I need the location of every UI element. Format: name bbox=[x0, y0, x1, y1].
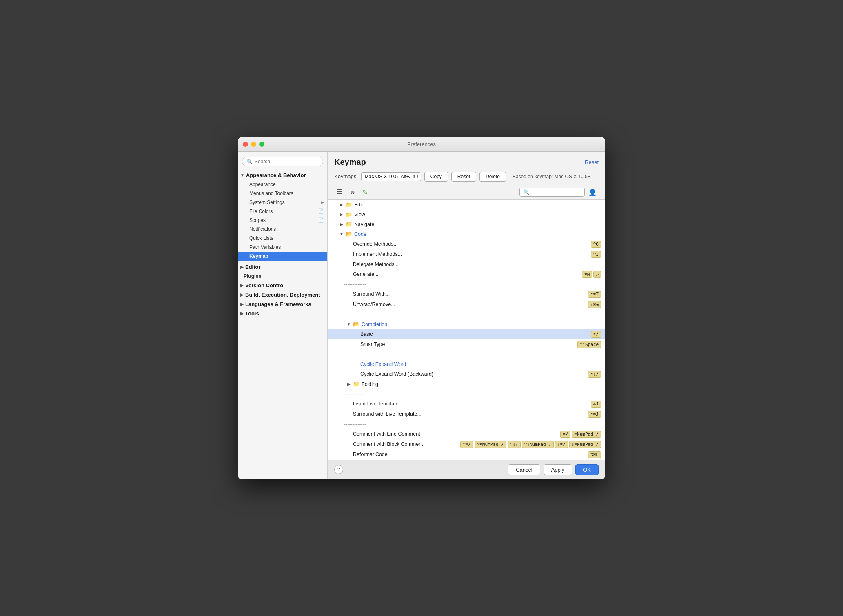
page-title: Keymap bbox=[334, 157, 366, 167]
sidebar-group-tools[interactable]: Tools bbox=[238, 309, 327, 318]
sidebar-item-scopes[interactable]: Scopes 📄 bbox=[238, 216, 327, 225]
tree-separator: ------------- bbox=[328, 350, 605, 359]
tree-item-cyclic-expand-word-backward[interactable]: Cyclic Expand Word (Backward) ⌥⇧/ bbox=[328, 369, 605, 379]
tree-item-unwrap-remove[interactable]: Unwrap/Remove... ⇧⌘⌫ bbox=[328, 299, 605, 310]
sidebar-group-languages[interactable]: Languages & Frameworks bbox=[238, 299, 327, 309]
shortcut-badge: ↵ bbox=[593, 271, 601, 278]
minimize-button[interactable] bbox=[251, 142, 256, 147]
tree-item-reformat-code[interactable]: Reformat Code ⌥⌘L bbox=[328, 450, 605, 460]
svg-rect-2 bbox=[337, 193, 342, 194]
window-controls bbox=[243, 142, 264, 147]
search-box[interactable]: 🔍 bbox=[242, 157, 323, 166]
shortcut-badge: ⌥/ bbox=[591, 331, 601, 338]
sidebar-item-system-settings[interactable]: System Settings ▶ bbox=[238, 198, 327, 207]
tree-item-surround-live-template[interactable]: Surround with Live Template... ⌥⌘J bbox=[328, 409, 605, 419]
expand-all-button[interactable] bbox=[334, 187, 345, 197]
folder-icon: 📁 bbox=[346, 211, 352, 217]
tree-item-implement-methods[interactable]: Implement Methods... ^I bbox=[328, 249, 605, 259]
sidebar-item-quick-lists[interactable]: Quick Lists bbox=[238, 234, 327, 243]
scope-icon: 📄 bbox=[318, 217, 324, 223]
toolbar-search-input[interactable] bbox=[519, 188, 585, 197]
tree-item-folding[interactable]: ▶ 📁 Folding bbox=[328, 379, 605, 389]
tree-item-generate[interactable]: Generate... ⌘N ↵ bbox=[328, 269, 605, 279]
tree-separator: ------------- bbox=[328, 310, 605, 319]
sidebar-item-notifications[interactable]: Notifications bbox=[238, 225, 327, 234]
arrow-icon bbox=[240, 302, 244, 306]
sidebar-item-file-colors[interactable]: File Colors 📄 bbox=[238, 207, 327, 216]
tree-item-navigate[interactable]: ▶ 📁 Navigate bbox=[328, 219, 605, 229]
help-button[interactable]: ? bbox=[334, 465, 343, 474]
tree-item-view[interactable]: ▶ 📁 View bbox=[328, 210, 605, 219]
cancel-button[interactable]: Cancel bbox=[508, 464, 540, 475]
reset-link[interactable]: Reset bbox=[585, 159, 599, 165]
edit-button[interactable]: ✎ bbox=[360, 187, 370, 197]
collapse-all-button[interactable] bbox=[347, 187, 358, 197]
keymaps-label: Keymaps: bbox=[334, 173, 358, 179]
sidebar-item-appearance[interactable]: Appearance bbox=[238, 180, 327, 189]
shortcut-badge: ⇧⌘NumPad / bbox=[569, 441, 601, 448]
shortcut-badge: ⌘NumPad / bbox=[572, 431, 601, 438]
delete-button[interactable]: Delete bbox=[479, 172, 506, 182]
bottom-bar: ? Cancel Apply OK bbox=[328, 460, 605, 479]
search-input[interactable] bbox=[255, 159, 319, 164]
folder-icon: 📁 bbox=[353, 381, 359, 387]
ok-button[interactable]: OK bbox=[575, 464, 599, 475]
main-header: Keymap Reset bbox=[328, 152, 605, 170]
tree-item-smarttype[interactable]: SmartType ^⇧Space bbox=[328, 339, 605, 350]
folder-icon: 📂 bbox=[346, 231, 352, 237]
tree-item-completion[interactable]: ▼ 📂 Completion bbox=[328, 319, 605, 329]
search-icon: 🔍 bbox=[246, 159, 253, 164]
arrow-icon: ▶ bbox=[339, 222, 344, 226]
maximize-button[interactable] bbox=[259, 142, 264, 147]
sidebar-item-menus-toolbars[interactable]: Menus and Toolbars bbox=[238, 189, 327, 198]
keymap-select[interactable]: Mac OS X 10.5_Alt+/ bbox=[361, 172, 421, 181]
shortcut-area: ⌥⌘/ ⌥⌘NumPad / ^⇧/ ^⇧NumPad / ⇧⌘/ ⇧⌘NumP… bbox=[460, 441, 601, 448]
sidebar-group-appearance-behavior[interactable]: Appearance & Behavior bbox=[238, 171, 327, 180]
tree-item-basic[interactable]: Basic ⌥/ bbox=[328, 329, 605, 339]
folder-icon: 📁 bbox=[346, 202, 352, 208]
copy-button[interactable]: Copy bbox=[424, 172, 448, 182]
tree-item-code[interactable]: ▼ 📂 Code bbox=[328, 229, 605, 239]
arrow-icon: ▼ bbox=[339, 232, 344, 236]
sidebar-group-version-control[interactable]: Version Control bbox=[238, 281, 327, 290]
tree-separator: ------------- bbox=[328, 389, 605, 399]
shortcut-area: ⌥⌘L bbox=[588, 451, 601, 458]
arrow-icon bbox=[240, 292, 244, 297]
shortcut-area: ⌘N ↵ bbox=[582, 271, 601, 278]
reset-button[interactable]: Reset bbox=[451, 172, 476, 182]
toolbar-search: 👤 bbox=[519, 187, 599, 197]
main-content: 🔍 Appearance & Behavior Appearance Menus… bbox=[238, 152, 605, 479]
arrow-icon: ▶ bbox=[339, 212, 344, 217]
shortcut-badge: ⇧⌘/ bbox=[555, 441, 568, 448]
shortcut-badge: ^O bbox=[591, 241, 601, 248]
sidebar-group-build[interactable]: Build, Execution, Deployment bbox=[238, 290, 327, 299]
person-icon-button[interactable]: 👤 bbox=[586, 187, 599, 197]
shortcut-area: ⇧⌘⌫ bbox=[588, 301, 601, 308]
tree-item-edit[interactable]: ▶ 📁 Edit bbox=[328, 200, 605, 210]
tree-item-surround-with[interactable]: Surround With... ⌥⌘T bbox=[328, 289, 605, 299]
arrow-icon: ▼ bbox=[346, 322, 351, 326]
tree-item-insert-live-template[interactable]: Insert Live Template... ⌘J bbox=[328, 399, 605, 409]
shortcut-badge: ^I bbox=[591, 251, 601, 258]
sidebar-group-editor[interactable]: Editor bbox=[238, 262, 327, 272]
keymap-bar: Keymaps: Mac OS X 10.5_Alt+/ Copy Reset … bbox=[328, 170, 605, 186]
tree-item-comment-line[interactable]: Comment with Line Comment ⌘/ ⌘NumPad / bbox=[328, 429, 605, 439]
close-button[interactable] bbox=[243, 142, 248, 147]
titlebar: Preferences bbox=[238, 137, 605, 152]
tree-item-cyclic-expand-word[interactable]: Cyclic Expand Word bbox=[328, 359, 605, 369]
sidebar-item-path-variables[interactable]: Path Variables bbox=[238, 243, 327, 252]
sidebar-item-keymap[interactable]: Keymap bbox=[238, 252, 327, 261]
main-panel: Keymap Reset Keymaps: Mac OS X 10.5_Alt+… bbox=[328, 152, 605, 479]
sidebar-item-plugins[interactable]: Plugins bbox=[238, 272, 327, 281]
shortcut-badge: ⌥⌘J bbox=[588, 411, 601, 418]
shortcut-badge: ⌥⌘NumPad / bbox=[475, 441, 506, 448]
shortcut-badge: ^⇧Space bbox=[577, 341, 601, 348]
tree-item-delegate-methods[interactable]: Delegate Methods... bbox=[328, 259, 605, 269]
tree-item-comment-block[interactable]: Comment with Block Comment ⌥⌘/ ⌥⌘NumPad … bbox=[328, 439, 605, 450]
shortcut-badge: ⌥⌘T bbox=[588, 291, 601, 298]
apply-button[interactable]: Apply bbox=[544, 464, 572, 475]
shortcut-badge: ⌘N bbox=[582, 271, 592, 278]
tree-item-override-methods[interactable]: Override Methods... ^O bbox=[328, 239, 605, 249]
shortcut-area: ⌥⇧/ bbox=[588, 371, 601, 378]
shortcut-area: ⌥/ bbox=[591, 331, 601, 338]
